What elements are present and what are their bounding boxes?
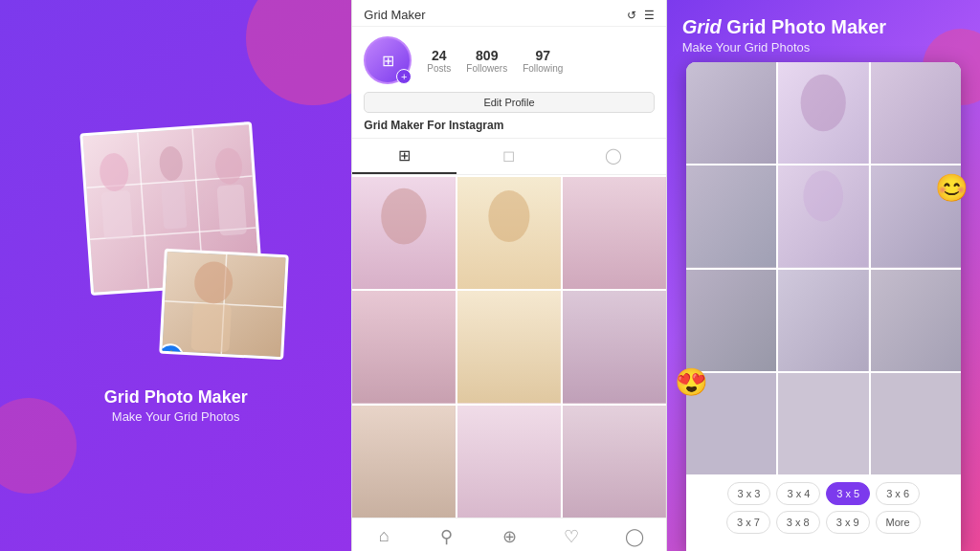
following-stat: 97 Following — [523, 48, 563, 74]
right-subtitle: Make Your Grid Photos — [682, 40, 965, 55]
decorative-blob-1 — [246, 0, 351, 105]
svg-rect-10 — [216, 185, 247, 236]
grid-cell-1 — [352, 177, 456, 289]
nav-home[interactable]: ⌂ — [352, 526, 414, 547]
right-title: Grid Grid Photo Maker — [682, 15, 965, 38]
svg-rect-40 — [871, 373, 961, 474]
grid-btn-3x3[interactable]: 3 x 3 — [727, 482, 771, 505]
svg-point-29 — [801, 75, 846, 132]
left-panel: 👍 Grid Photo Maker Make Your Grid Photos — [0, 0, 351, 551]
svg-rect-30 — [871, 62, 961, 164]
svg-rect-15 — [190, 302, 232, 352]
grid-cell-8 — [457, 406, 561, 518]
menu-icon[interactable]: ☰ — [644, 9, 655, 22]
right-panel: Grid Grid Photo Maker Make Your Grid Pho… — [667, 0, 980, 551]
edit-profile-button[interactable]: Edit Profile — [364, 92, 654, 113]
right-phone-mockup: 3 x 3 3 x 4 3 x 5 3 x 6 3 x 7 3 x 8 3 x … — [686, 62, 961, 551]
right-cell-9 — [871, 270, 961, 371]
svg-rect-22 — [457, 291, 561, 403]
svg-rect-8 — [100, 190, 132, 240]
following-count: 97 — [523, 48, 563, 63]
svg-rect-27 — [686, 62, 776, 164]
right-cell-4 — [686, 165, 776, 267]
svg-rect-31 — [686, 165, 776, 267]
right-cell-2 — [778, 62, 868, 164]
grid-cell-4 — [352, 291, 456, 403]
nav-heart[interactable]: ♡ — [541, 526, 603, 547]
love-emoji: 😍 — [675, 366, 708, 398]
plus-badge[interactable]: + — [396, 69, 412, 84]
nav-add[interactable]: ⊕ — [478, 526, 540, 547]
grid-btn-3x9[interactable]: 3 x 9 — [826, 511, 870, 534]
grid-btn-3x5[interactable]: 3 x 5 — [826, 482, 870, 505]
grid-cell-5 — [457, 291, 561, 403]
app-title: Grid Maker — [364, 8, 425, 22]
posts-label: Posts — [427, 63, 451, 74]
left-subtitle: Make Your Grid Photos — [104, 409, 248, 424]
right-cell-5 — [778, 165, 868, 267]
tab-bookmark[interactable]: ◻ — [457, 139, 561, 174]
svg-rect-25 — [457, 406, 561, 518]
profile-name: Grid Maker For Instagram — [352, 117, 665, 138]
svg-rect-39 — [778, 373, 868, 474]
profile-stats: 24 Posts 809 Followers 97 Following — [427, 48, 563, 74]
right-cell-7 — [686, 270, 776, 371]
phone-frame: Grid Maker ↺ ☰ ⊞ + 24 Posts 809 Follower… — [352, 0, 665, 551]
svg-rect-36 — [778, 270, 868, 371]
nav-profile[interactable]: ◯ — [603, 526, 665, 547]
grid-cell-7 — [352, 406, 456, 518]
followers-stat: 809 Followers — [466, 48, 507, 74]
svg-rect-35 — [686, 270, 776, 371]
svg-rect-20 — [563, 177, 666, 289]
svg-rect-23 — [563, 291, 666, 403]
svg-point-33 — [804, 171, 844, 222]
middle-panel: Grid Maker ↺ ☰ ⊞ + 24 Posts 809 Follower… — [351, 0, 666, 551]
posts-stat: 24 Posts — [427, 48, 451, 74]
right-cell-3 — [871, 62, 961, 164]
history-icon[interactable]: ↺ — [627, 9, 636, 22]
followers-count: 809 — [466, 48, 507, 63]
posts-count: 24 — [427, 48, 451, 63]
grid-cell-6 — [563, 291, 666, 403]
photo-grid — [352, 177, 665, 518]
right-cell-8 — [778, 270, 868, 371]
grid-btn-3x6[interactable]: 3 x 6 — [876, 482, 920, 505]
decorative-blob-2 — [0, 398, 77, 494]
header-icons: ↺ ☰ — [627, 9, 655, 22]
bottom-nav: ⌂ ⚲ ⊕ ♡ ◯ — [352, 518, 665, 551]
nav-search[interactable]: ⚲ — [415, 526, 478, 547]
left-panel-text: Grid Photo Maker Make Your Grid Photos — [104, 387, 248, 424]
app-header: Grid Maker ↺ ☰ — [352, 0, 665, 27]
svg-rect-37 — [871, 270, 961, 371]
right-header: Grid Grid Photo Maker Make Your Grid Pho… — [667, 0, 980, 62]
svg-rect-26 — [563, 406, 666, 518]
grid-btn-3x4[interactable]: 3 x 4 — [776, 482, 820, 505]
grid-btn-3x8[interactable]: 3 x 8 — [776, 511, 820, 534]
grid-btn-row-2: 3 x 7 3 x 8 3 x 9 More — [694, 511, 953, 534]
svg-point-17 — [382, 188, 427, 245]
avatar-grid-icon: ⊞ — [382, 52, 394, 70]
right-cell-1 — [686, 62, 776, 164]
right-cell-12 — [871, 373, 961, 474]
smile-emoji: 😊 — [935, 172, 969, 204]
svg-rect-9 — [161, 182, 187, 230]
svg-rect-24 — [352, 406, 456, 518]
right-grid-area — [686, 62, 961, 474]
left-title: Grid Photo Maker — [104, 387, 248, 408]
profile-avatar: ⊞ + — [364, 36, 412, 84]
grid-btn-3x7[interactable]: 3 x 7 — [726, 511, 770, 534]
grid-btn-more[interactable]: More — [876, 511, 921, 534]
grid-cell-2 — [457, 177, 561, 289]
grid-btn-row-1: 3 x 3 3 x 4 3 x 5 3 x 6 — [694, 482, 953, 505]
right-photo-grid — [686, 62, 961, 474]
right-cell-11 — [778, 373, 868, 474]
svg-rect-21 — [352, 291, 456, 403]
tab-tagged[interactable]: ◯ — [562, 139, 666, 174]
svg-point-19 — [488, 190, 529, 242]
tab-bar: ⊞ ◻ ◯ — [352, 138, 665, 175]
followers-label: Followers — [466, 63, 507, 74]
grid-buttons-area: 3 x 3 3 x 4 3 x 5 3 x 6 3 x 7 3 x 8 3 x … — [686, 474, 961, 551]
grid-cell-3 — [563, 177, 666, 289]
tab-grid[interactable]: ⊞ — [352, 139, 457, 174]
profile-section: ⊞ + 24 Posts 809 Followers 97 Following — [352, 27, 665, 90]
